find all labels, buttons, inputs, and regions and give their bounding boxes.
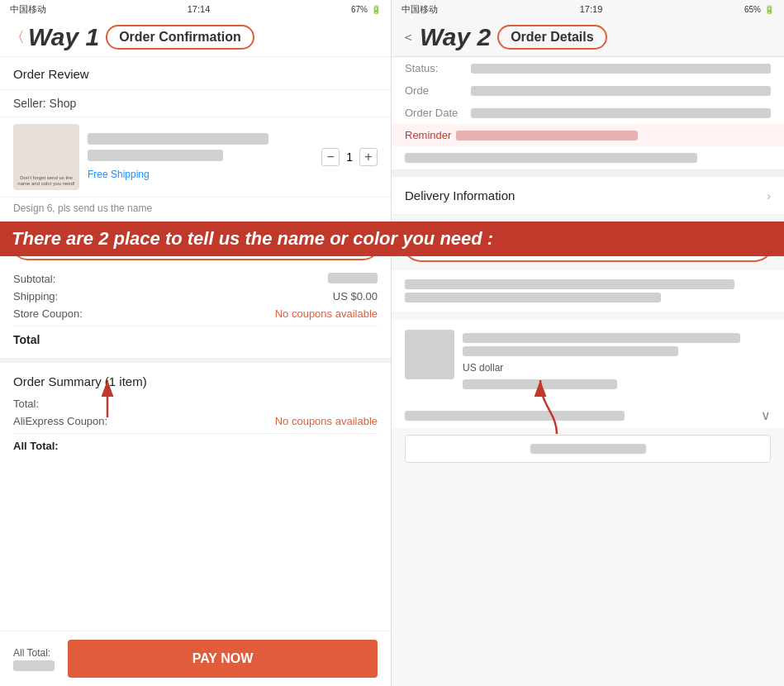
- no-coupon-left: No coupons available: [275, 307, 378, 320]
- total-row: Total: [13, 330, 378, 350]
- order-number-blur: [471, 86, 771, 96]
- order-summary-header: Order Summary (1 item): [0, 366, 391, 392]
- battery-icon-left: 🔋: [371, 5, 381, 14]
- product-info: Free Shipping: [88, 133, 313, 181]
- us-dollar-text: US dollar: [463, 360, 771, 376]
- order-details-title: Order Details: [497, 25, 606, 50]
- blurred-section: [392, 269, 784, 313]
- right-product-info: US dollar: [463, 330, 771, 393]
- product-title-blur1: [88, 133, 268, 145]
- qty-decrease-btn[interactable]: −: [321, 148, 340, 166]
- input-inner-blur: [530, 444, 646, 454]
- product-thumbnail: Don't forget send us the name and color …: [13, 124, 79, 190]
- status-label: Status:: [405, 62, 471, 74]
- aliexpress-coupon-row: AliExpress Coupon: No coupons available: [13, 412, 378, 430]
- way1-label: Way 1: [28, 23, 99, 51]
- carrier-left: 中国移动: [10, 3, 46, 16]
- order-label: Orde: [405, 84, 471, 97]
- no-coupon2: No coupons available: [275, 415, 378, 427]
- all-total-row: All Total:: [13, 437, 378, 455]
- product-price-blur: [463, 379, 617, 389]
- blur-row2: [405, 293, 661, 303]
- status-bar-left: 中国移动 17:14 67% 🔋: [0, 0, 391, 18]
- reminder-row: Reminder: [392, 124, 784, 146]
- screen-left: 中国移动 17:14 67% 🔋 〈 Way 1 Order Confirmat…: [0, 0, 392, 686]
- delivery-arrow: ›: [767, 189, 771, 202]
- shipping-row: Shipping: US $0.00: [13, 288, 378, 305]
- way2-label: Way 2: [420, 23, 491, 51]
- nav-bar-left: 〈 Way 1 Order Confirmation: [0, 18, 391, 57]
- battery-icon-right: 🔋: [764, 5, 774, 14]
- left-body: Order Review Seller: Shop Don't forget s…: [0, 57, 391, 631]
- back-icon-right[interactable]: ＜: [402, 29, 415, 46]
- order-date-blur: [471, 108, 771, 118]
- qty-value: 1: [346, 150, 353, 164]
- qty-control: − 1 +: [321, 148, 378, 166]
- order-review-header: Order Review: [0, 57, 391, 86]
- subtotal-row: Subtotal:: [13, 270, 378, 288]
- subtotal-value-blur: [328, 273, 378, 283]
- time-right: 17:19: [580, 4, 603, 14]
- design-note: Design 6, pls send us the name: [0, 198, 391, 219]
- summary-total-row: Total:: [13, 395, 378, 412]
- product-title-blur2: [88, 150, 223, 161]
- seller-row: Seller: Shop: [0, 93, 391, 117]
- dropdown-blur: [405, 411, 625, 421]
- status-row: Status:: [392, 57, 784, 79]
- dropdown-icon: ∨: [761, 407, 771, 423]
- reminder-label: Reminder: [405, 129, 451, 141]
- pay-bar: All Total: PAY NOW: [0, 631, 391, 686]
- time-left: 17:14: [188, 4, 211, 14]
- order-date-label: Order Date: [405, 107, 471, 119]
- right-product-thumb: [405, 330, 454, 379]
- order-date-row: Order Date: [392, 102, 784, 124]
- battery-right: 65%: [744, 5, 761, 14]
- order-number-row: Orde: [392, 79, 784, 102]
- order-confirmation-title: Order Confirmation: [106, 25, 254, 50]
- qty-increase-btn[interactable]: +: [359, 148, 378, 166]
- screen-right: 中国移动 17:19 65% 🔋 ＜ Way 2 Order Details S…: [392, 0, 784, 686]
- status-bar-right: 中国移动 17:19 65% 🔋: [392, 0, 784, 18]
- right-body: Status: Orde Order Date Reminder Deli: [392, 57, 784, 686]
- pay-now-button[interactable]: PAY NOW: [68, 640, 378, 678]
- product-detail-blur: [463, 346, 678, 356]
- pay-bar-total-blur: [13, 660, 55, 671]
- pay-bar-total-label: All Total:: [13, 647, 55, 659]
- section-divider1: [392, 170, 784, 177]
- delivery-info-label: Delivery Information: [405, 188, 515, 202]
- blur-row1: [405, 279, 734, 289]
- overlay-banner: There are 2 place to tell us the name or…: [0, 222, 784, 256]
- input-box[interactable]: [405, 435, 771, 463]
- store-coupon-row: Store Coupon: No coupons available: [13, 305, 378, 322]
- product-row: Don't forget send us the name and color …: [0, 117, 391, 198]
- free-shipping-text: Free Shipping: [88, 169, 150, 180]
- total-value-blur: [320, 333, 378, 345]
- carrier-right: 中国移动: [402, 3, 438, 16]
- dropdown-row[interactable]: ∨: [392, 403, 784, 428]
- back-icon-left[interactable]: 〈: [10, 27, 25, 47]
- all-total-blur: [320, 440, 378, 451]
- summary-rows: Total: AliExpress Coupon: No coupons ava…: [0, 392, 391, 458]
- battery-left: 67%: [351, 5, 368, 14]
- right-product-card: US dollar: [392, 320, 784, 403]
- reminder-blur: [456, 131, 638, 141]
- cost-rows: Subtotal: Shipping: US $0.00 Store Coupo…: [0, 265, 391, 355]
- product-name-blur: [463, 333, 740, 343]
- nav-bar-right: ＜ Way 2 Order Details: [392, 18, 784, 57]
- status-blur: [471, 64, 771, 74]
- delivery-info-row[interactable]: Delivery Information ›: [392, 177, 784, 215]
- reminder-line2-blur: [405, 153, 697, 163]
